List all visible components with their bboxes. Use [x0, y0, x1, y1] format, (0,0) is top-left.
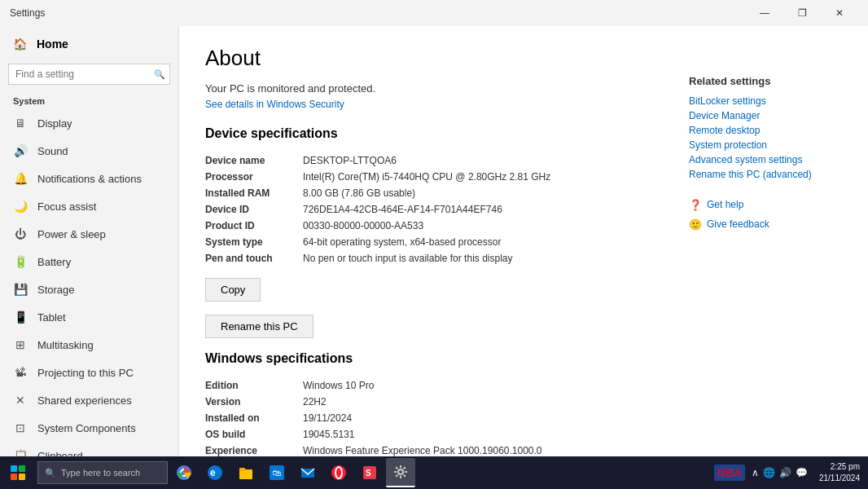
taskbar-opera[interactable]	[324, 458, 353, 487]
taskbar-chrome[interactable]	[169, 458, 199, 487]
win-logo-cell-2	[19, 465, 25, 472]
get-help-link[interactable]: Get help	[707, 197, 743, 212]
sidebar-item-storage[interactable]: 💾 Storage	[0, 275, 178, 303]
sidebar-item-power[interactable]: ⏻ Power & sleep	[0, 220, 178, 248]
sidebar-item-display[interactable]: 🖥 Display	[0, 109, 178, 137]
taskbar-store[interactable]: 🛍	[262, 458, 292, 487]
focus-icon: 🌙	[13, 200, 28, 213]
volume-icon[interactable]: 🔊	[779, 467, 791, 478]
minimize-button[interactable]: —	[746, 0, 783, 26]
taskbar-settings[interactable]	[386, 458, 415, 487]
related-link-advanced-settings[interactable]: Advanced system settings	[689, 152, 852, 167]
related-link-bitlocker[interactable]: BitLocker settings	[689, 94, 852, 108]
taskbar-search[interactable]: 🔍 Type here to search	[37, 461, 168, 484]
spec-value-pen-touch: No pen or touch input is available for t…	[303, 253, 512, 264]
win-logo-cell-4	[19, 474, 25, 480]
title-bar: Settings — ❐ ✕	[0, 0, 868, 26]
related-link-system-protection[interactable]: System protection	[689, 138, 852, 152]
spec-label-processor: Processor	[205, 171, 303, 183]
related-link-rename-pc[interactable]: Rename this PC (advanced)	[689, 167, 852, 182]
taskbar-time-area[interactable]: 2:25 pm 21/11/2024	[814, 461, 865, 484]
taskbar: 🔍 Type here to search e 🛍	[0, 456, 868, 489]
app-body: 🏠 Home 🔍 System 🖥 Display 🔊 Sound 🔔 Noti…	[0, 26, 868, 456]
maximize-button[interactable]: ❐	[783, 0, 821, 26]
related-settings-title: Related settings	[689, 75, 852, 87]
taskbar-explorer[interactable]	[231, 458, 261, 487]
spec-label-edition: Edition	[205, 380, 303, 391]
copy-device-specs-button[interactable]: Copy	[205, 278, 261, 302]
clipboard-icon: 📋	[13, 449, 28, 456]
spec-value-installed-on: 19/11/2024	[303, 412, 352, 424]
network-icon[interactable]: 🌐	[763, 467, 775, 478]
spec-value-edition: Windows 10 Pro	[303, 380, 374, 391]
chevron-icon[interactable]: ∧	[752, 467, 759, 478]
shared-icon: ✕	[13, 394, 28, 407]
taskbar-edge[interactable]: e	[200, 458, 230, 487]
sidebar-item-projecting[interactable]: 📽 Projecting to this PC	[0, 359, 178, 386]
start-button[interactable]	[3, 458, 33, 487]
nba-app[interactable]: NBA	[714, 465, 745, 481]
win-logo-cell-3	[11, 474, 17, 480]
sidebar-item-label: Notifications & actions	[37, 173, 142, 185]
power-icon: ⏻	[13, 227, 28, 240]
get-help-icon: ❓	[689, 199, 702, 211]
related-get-help[interactable]: ❓ Get help	[689, 195, 852, 214]
spec-value-device-id: 726DE1A4-42CB-464E-AF14-F701A44EF746	[303, 204, 502, 215]
related-divider	[689, 182, 852, 195]
spec-label-experience: Experience	[205, 445, 303, 456]
windows-logo	[11, 465, 25, 480]
related-give-feedback[interactable]: 🙂 Give feedback	[689, 214, 852, 234]
notification-icon[interactable]: 💬	[796, 467, 808, 478]
battery-icon: 🔋	[13, 255, 28, 268]
sidebar-item-clipboard[interactable]: 📋 Clipboard	[0, 442, 178, 456]
spec-value-device-name: DESKTOP-LTTQOA6	[303, 155, 397, 166]
svg-text:🛍: 🛍	[272, 468, 282, 478]
spec-value-os-build: 19045.5131	[303, 429, 354, 440]
opera-icon	[331, 465, 347, 481]
display-icon: 🖥	[13, 117, 28, 130]
sidebar-item-system-components[interactable]: ⊡ System Components	[0, 414, 178, 442]
explorer-icon	[238, 465, 254, 481]
sidebar-item-battery[interactable]: 🔋 Battery	[0, 248, 178, 275]
svg-point-14	[398, 469, 403, 474]
give-feedback-link[interactable]: Give feedback	[707, 217, 769, 231]
content-area: Related settings BitLocker settings Devi…	[179, 26, 868, 456]
multitasking-icon: ⊞	[13, 338, 28, 351]
search-input[interactable]	[8, 64, 170, 85]
edge-icon: e	[207, 465, 223, 481]
sidebar-home[interactable]: 🏠 Home	[0, 29, 178, 59]
taskbar-app1[interactable]: S	[355, 458, 384, 487]
svg-text:S: S	[366, 469, 371, 478]
sidebar-item-shared[interactable]: ✕ Shared experiences	[0, 386, 178, 414]
taskbar-mail[interactable]	[293, 458, 322, 487]
app-title: Settings	[10, 7, 45, 19]
sidebar-item-label: Battery	[37, 256, 71, 268]
home-label: Home	[37, 37, 68, 51]
sidebar-item-multitasking[interactable]: ⊞ Multitasking	[0, 331, 178, 359]
spec-label-pen-touch: Pen and touch	[205, 253, 303, 264]
sidebar-item-notifications[interactable]: 🔔 Notifications & actions	[0, 165, 178, 192]
taskbar-search-text: Type here to search	[61, 468, 140, 478]
sidebar-item-label: Focus assist	[37, 200, 96, 213]
related-link-remote-desktop[interactable]: Remote desktop	[689, 123, 852, 138]
taskbar-time: 2:25 pm	[819, 461, 860, 473]
spec-row-system-type: System type 64-bit operating system, x64…	[205, 234, 842, 250]
sidebar-search-container: 🔍	[8, 64, 170, 85]
security-link[interactable]: See details in Windows Security	[205, 99, 344, 110]
sidebar-item-sound[interactable]: 🔊 Sound	[0, 137, 178, 165]
sidebar-item-focus[interactable]: 🌙 Focus assist	[0, 192, 178, 220]
related-settings-panel: Related settings BitLocker settings Devi…	[689, 75, 852, 234]
sidebar-item-tablet[interactable]: 📱 Tablet	[0, 303, 178, 331]
win-specs-title: Windows specifications	[205, 351, 842, 366]
storage-icon: 💾	[13, 283, 28, 296]
sidebar-item-label: Power & sleep	[37, 228, 106, 240]
win-logo-cell-1	[11, 465, 17, 472]
taskbar-date: 21/11/2024	[819, 473, 860, 484]
spec-row-version: Version 22H2	[205, 394, 842, 410]
close-button[interactable]: ✕	[821, 0, 858, 26]
related-link-device-manager[interactable]: Device Manager	[689, 108, 852, 123]
rename-pc-button[interactable]: Rename this PC	[205, 315, 313, 338]
spec-row-installed-on: Installed on 19/11/2024	[205, 410, 842, 426]
sidebar-item-label: Projecting to this PC	[37, 367, 134, 379]
settings-icon	[392, 464, 409, 480]
